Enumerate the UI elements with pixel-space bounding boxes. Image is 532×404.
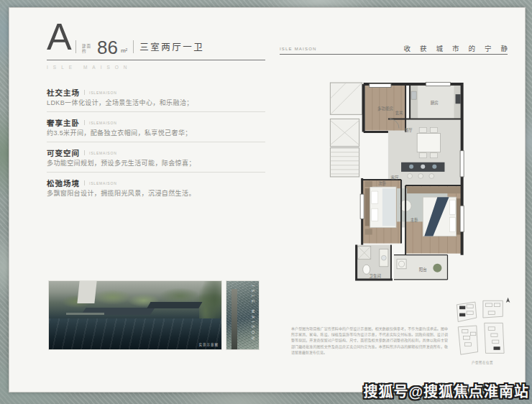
area-unit: m² xyxy=(121,47,127,54)
planter-graphic xyxy=(147,302,203,308)
header-rule-right xyxy=(280,54,508,55)
room-label: 厨房 xyxy=(431,100,439,106)
feature-tag: ISLEMAISON xyxy=(89,121,117,125)
feature-title: 奢享主卧 xyxy=(47,117,80,128)
step-graphic xyxy=(66,313,104,316)
divider-bar xyxy=(84,150,85,155)
feature-tag: ISLEMAISON xyxy=(89,151,117,155)
keyplan-caption: 户型所在位置 xyxy=(451,360,514,364)
north-arrow-icon xyxy=(506,298,510,303)
area-prefix-bottom: 约 xyxy=(82,49,91,54)
watermark: 搜狐号@搜狐焦点淮南站 xyxy=(363,380,529,401)
room-label: 客厅 xyxy=(390,175,399,180)
wall-graphic xyxy=(77,281,96,303)
room-label: 次卧 xyxy=(378,180,387,186)
area-value: 86 xyxy=(97,40,118,55)
feature-desc: 约3.5米开间，配备独立衣帽间，私享悦己奢华； xyxy=(47,129,265,137)
divider-bar xyxy=(84,180,85,185)
garden-pool-photo: 实景示意图 xyxy=(48,280,222,350)
feature-desc: 多飘窗阳台设计，拥揽阳光风景，沉浸自然生活。 xyxy=(47,190,265,197)
brand-letterspaced: ISLE MAISON xyxy=(47,65,132,70)
feature-tag: ISLEMAISON xyxy=(89,91,117,95)
room-label: 卫生间 xyxy=(370,273,382,279)
feature-item: 社交主场 ISLEMAISON LDKB一体化设计，全场景生活中心，和乐融洽； xyxy=(47,88,265,106)
water-graphic xyxy=(49,318,221,349)
feature-divider xyxy=(47,172,265,173)
unit-letter: A xyxy=(47,18,72,55)
feature-title: 社交主场 xyxy=(47,87,80,98)
feature-item: 松弛场境 ISLEMAISON 多飘窗阳台设计，拥揽阳光风景，沉浸自然生活。 xyxy=(47,179,265,197)
area-prefix: 建面 约 xyxy=(82,44,91,53)
floorplan: 玄关 厨房 餐厅 客厅 主卧 次卧 多功能房 卫生间 阳台 xyxy=(324,78,469,288)
divider-bar xyxy=(75,40,76,53)
floorplan-drawing: 玄关 厨房 餐厅 客厅 主卧 次卧 多功能房 卫生间 阳台 xyxy=(324,78,469,288)
building-core xyxy=(330,83,362,177)
feature-divider xyxy=(47,111,265,112)
divider-bar xyxy=(84,120,85,125)
vertical-brand-label: ISLE MAISON xyxy=(251,285,255,342)
water-texture-photo: ISLE MAISON xyxy=(226,280,260,350)
room-label: 玄关 xyxy=(395,110,404,116)
photo-caption: 实景示意图 xyxy=(199,342,219,346)
page: A 建面 约 86 m² 三室两厅一卫 ISLE MAISON ISLE MAI… xyxy=(0,0,532,404)
room-label: 阳台 xyxy=(419,267,428,272)
wall-edge-graphic xyxy=(231,289,237,349)
disclaimer-text: 本户型图为项目推广宣传资料中的户型设计示意图，相关数据仅供参考，不作为要约或承诺… xyxy=(291,326,448,355)
divider-bar xyxy=(84,90,85,95)
divider-bar xyxy=(133,40,134,53)
slogan: 收获城市的宁静 xyxy=(403,43,517,53)
keyplan-drawing xyxy=(451,295,514,356)
layout-name: 三室两厅一卫 xyxy=(139,40,204,53)
feature-item: 奢享主卧 ISLEMAISON 约3.5米开间，配备独立衣帽间，私享悦己奢华； xyxy=(47,119,265,137)
feature-divider xyxy=(47,142,265,142)
room-label: 主卧 xyxy=(411,217,419,223)
header-rule-left xyxy=(47,60,265,60)
feature-desc: LDKB一体化设计，全场景生活中心，和乐融洽； xyxy=(47,99,265,106)
feature-item: 可变空间 ISLEMAISON 多功能空间规划，预设多元生活可能，际会惊喜； xyxy=(47,149,265,167)
feature-title: 松弛场境 xyxy=(47,178,80,188)
room-label: 餐厅 xyxy=(405,127,413,133)
unit-spec-row: 建面 约 86 m² 三室两厅一卫 xyxy=(75,35,204,55)
brand-right: ISLE MAISON xyxy=(280,47,317,51)
keyplan: 户型所在位置 xyxy=(451,295,514,364)
brochure-page: A 建面 约 86 m² 三室两厅一卫 ISLE MAISON ISLE MAI… xyxy=(9,7,526,392)
feature-tag: ISLEMAISON xyxy=(89,181,117,185)
feature-title: 可变空间 xyxy=(47,147,80,158)
feature-list: 社交主场 ISLEMAISON LDKB一体化设计，全场景生活中心，和乐融洽； … xyxy=(47,88,265,197)
feature-desc: 多功能空间规划，预设多元生活可能，际会惊喜； xyxy=(47,160,265,167)
room-label: 多功能房 xyxy=(377,106,394,111)
